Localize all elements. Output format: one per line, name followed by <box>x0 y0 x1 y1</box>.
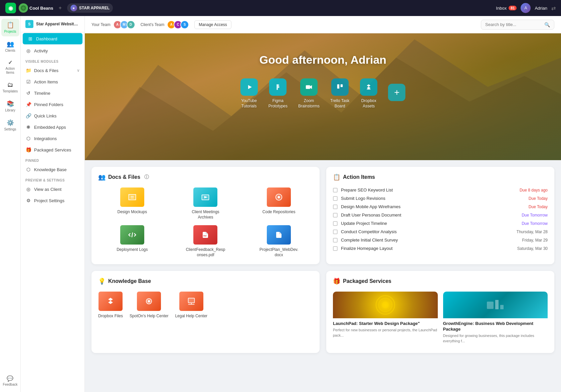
file-client-feedback[interactable]: PDF ClientFeedback_Responses.pdf <box>172 225 240 258</box>
nav-item-embedded-apps[interactable]: ❋ Embedded Apps <box>21 121 84 133</box>
docs-files-info-icon: ⓘ <box>144 174 149 180</box>
action-item-personas: Draft User Personas Document Due Tomorro… <box>333 213 548 218</box>
file-design-mockups[interactable]: Design Mockups <box>98 187 166 220</box>
nav-item-dashboard[interactable]: ⊞ Dashboard <box>23 33 82 44</box>
nav-item-action-items[interactable]: ☑ Action Items <box>21 76 84 87</box>
add-icon-box: + <box>388 84 405 101</box>
quick-links-icon: 🔗 <box>25 113 31 118</box>
nav-item-view-as-client[interactable]: ◎ View as Client <box>21 183 84 195</box>
trello-label: Trello TaskBoard <box>330 98 349 109</box>
kb-item-legal[interactable]: Legal Help Center <box>175 292 207 319</box>
inbox-count: 81 <box>509 6 517 10</box>
action-item-competitor: Conduct Competitor Analysis Thursday, Ma… <box>333 229 548 234</box>
ps-item-launchpad[interactable]: LaunchPad: Starter Web Design Package" P… <box>333 292 438 346</box>
integrations-icon: ⬡ <box>25 136 31 141</box>
embedded-apps-label: Embedded Apps <box>34 125 66 130</box>
nav-item-project-settings[interactable]: ⚙ Project Settings <box>21 195 84 206</box>
pinned-label: Pinned <box>21 155 84 164</box>
kb-dropbox-label: Dropbox Files <box>98 314 123 319</box>
action-items-nav-icon: ☑ <box>25 79 31 84</box>
templates-icon: 🗂 <box>7 81 13 88</box>
svg-marker-6 <box>310 85 312 89</box>
action-items-label: Action Items <box>3 67 18 75</box>
action-checkbox-survey[interactable] <box>333 238 338 243</box>
app-trello[interactable]: Trello TaskBoard <box>330 78 349 109</box>
action-checkbox-logo[interactable] <box>333 196 338 201</box>
sync-icon[interactable]: ⇄ <box>551 5 556 11</box>
project-plan-icon <box>267 225 291 245</box>
nav-item-packaged-services[interactable]: 🎁 Packaged Services <box>21 144 84 155</box>
file-code-repos[interactable]: Code Repositories <box>245 187 313 220</box>
docs-files-card: 👥 Docs & Files ⓘ Design Mockups <box>91 167 320 264</box>
file-project-plan[interactable]: ProjectPlan_WebDev.docx <box>245 225 313 258</box>
action-items-title: 📋 Action Items <box>333 173 548 181</box>
action-checkbox-wireframes[interactable] <box>333 205 338 209</box>
action-items-title-text: Action Items <box>343 174 375 180</box>
svg-rect-30 <box>500 305 504 309</box>
action-due-homepage: Saturday, Mar 30 <box>517 246 548 251</box>
file-client-meetings[interactable]: Client MeetingsArchives <box>172 187 240 220</box>
action-checkbox-timeline[interactable] <box>333 221 338 226</box>
projects-label: Projects <box>4 30 16 34</box>
action-item-seo: Prepare SEO Keyword List Due 8 days ago <box>333 187 548 192</box>
ps-item-growth-engine[interactable]: GrowthEngine: Business Web Development P… <box>443 292 548 346</box>
file-deployment-logs[interactable]: Deployment Logs <box>98 225 166 258</box>
action-checkbox-personas[interactable] <box>333 213 338 218</box>
zoom-label: ZoomBrainstorms <box>298 98 320 109</box>
ps-launchpad-desc: Perfect for new businesses or personal p… <box>333 328 438 338</box>
sidebar-item-settings[interactable]: ⚙️ Settings <box>1 116 19 134</box>
sidebar-item-templates[interactable]: 🗂 Templates <box>1 79 19 96</box>
nav-item-knowledge-base[interactable]: ⬡ Knowledge Base <box>21 164 84 175</box>
nav-item-integrations[interactable]: ⬡ Integrations <box>21 133 84 144</box>
kb-item-spoton[interactable]: SpotOn's Help Center <box>130 292 168 319</box>
feedback-icon: 💬 <box>7 375 13 382</box>
app-add[interactable]: + <box>388 84 405 104</box>
knowledge-base-label: Knowledge Base <box>34 167 67 172</box>
feedback-button[interactable]: 💬 Feedback <box>2 373 19 389</box>
nav-item-activity[interactable]: ◎ Activity <box>21 45 84 56</box>
sidebar-item-library[interactable]: 📚 Library <box>1 97 19 115</box>
nav-item-quick-links[interactable]: 🔗 Quick Links <box>21 110 84 121</box>
svg-marker-3 <box>248 85 252 89</box>
action-checkbox-seo[interactable] <box>333 188 338 192</box>
docs-files-title-icon: 👥 <box>98 173 106 181</box>
svg-rect-8 <box>341 84 343 87</box>
app-logo[interactable]: ◉ <box>5 3 16 13</box>
project-header[interactable]: S Star Apparel Website Dev... <box>21 16 84 32</box>
figma-icon-box <box>269 78 287 96</box>
app-figma[interactable]: FigmaPrototypes <box>268 78 288 109</box>
inbox-button[interactable]: Inbox 81 <box>496 6 517 11</box>
star-brand[interactable]: ★ STAR APPAREL <box>67 3 113 13</box>
action-checkbox-competitor[interactable] <box>333 230 338 234</box>
manage-access-button[interactable]: Manage Access <box>194 20 231 29</box>
integrations-label: Integrations <box>34 136 57 141</box>
svg-rect-28 <box>487 302 494 309</box>
action-text-survey: Complete Initial Client Survey <box>341 238 519 243</box>
dropbox-label: DropboxAssets <box>361 98 376 109</box>
knowledge-base-title: 💡 Knowledge Base <box>98 278 313 285</box>
timeline-label: Timeline <box>34 91 50 96</box>
sidebar-item-action-items[interactable]: ✓ Action Items <box>1 57 19 77</box>
app-dropbox[interactable]: DropboxAssets <box>360 78 377 109</box>
action-item-logo: Submit Logo Revisions Due Today <box>333 196 548 201</box>
search-input[interactable] <box>485 22 542 27</box>
action-checkbox-homepage[interactable] <box>333 246 338 251</box>
search-box: 🔍 <box>481 20 554 30</box>
packaged-services-icon: 🎁 <box>25 147 31 152</box>
packaged-services-grid: LaunchPad: Starter Web Design Package" P… <box>333 292 548 346</box>
kb-legal-icon <box>179 292 203 311</box>
library-icon: 📚 <box>7 100 14 107</box>
nav-item-timeline[interactable]: ↺ Timeline <box>21 87 84 99</box>
sidebar-item-clients[interactable]: 👥 Clients <box>1 38 19 55</box>
nav-item-pinned-folders[interactable]: 📌 Pinned Folders <box>21 99 84 110</box>
kb-item-dropbox[interactable]: Dropbox Files <box>98 292 123 319</box>
user-avatar[interactable]: A <box>521 3 531 13</box>
app-youtube[interactable]: YouTubeTutorials <box>240 78 258 109</box>
clients-icon: 👥 <box>7 40 14 48</box>
action-text-logo: Submit Logo Revisions <box>341 196 525 201</box>
hero-section: Good afternoon, Adrian YouTubeTutorials … <box>85 33 561 160</box>
youtube-label: YouTubeTutorials <box>241 98 257 109</box>
nav-item-docs-files[interactable]: 📁 Docs & Files ∨ <box>21 65 84 76</box>
sidebar-item-projects[interactable]: 📋 Projects <box>1 19 19 36</box>
app-zoom[interactable]: ZoomBrainstorms <box>298 78 320 109</box>
